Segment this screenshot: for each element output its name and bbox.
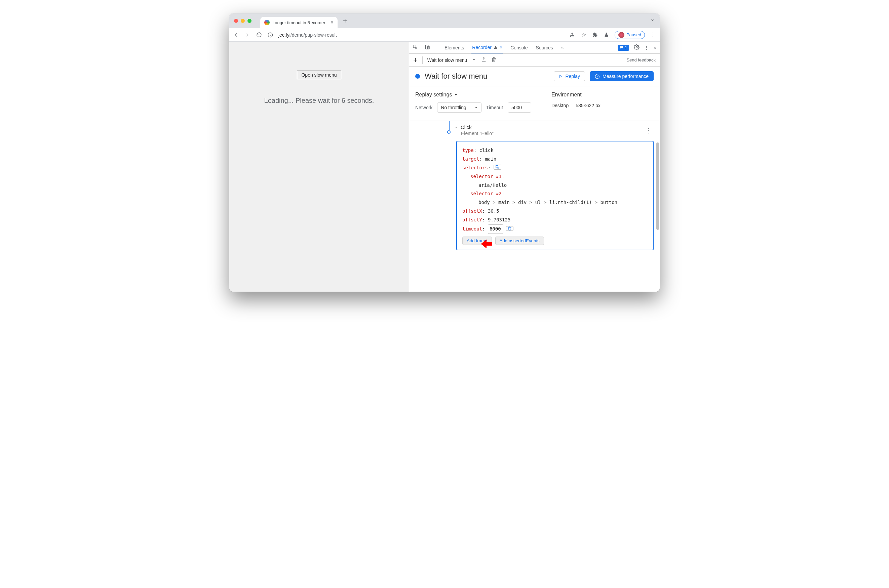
status-dot-icon <box>415 74 420 79</box>
recording-header: Wait for slow menu Replay Measure perfor… <box>409 66 660 86</box>
replay-settings-heading[interactable]: Replay settings <box>415 92 531 98</box>
issues-count: 1 <box>625 45 627 50</box>
flask-icon <box>493 45 498 50</box>
browser-window: Longer timeout in Recorder × + jec.fyi/d… <box>229 14 660 292</box>
close-tab-button[interactable]: × <box>331 20 334 25</box>
inspect-icon[interactable] <box>412 44 418 51</box>
step-editor-panel: type: click target: main selectors: sele… <box>456 141 654 250</box>
tab-elements[interactable]: Elements <box>444 42 465 53</box>
tab-console[interactable]: Console <box>510 42 528 53</box>
open-slow-menu-button[interactable]: Open slow menu <box>297 70 341 79</box>
add-recording-button[interactable]: + <box>413 56 418 64</box>
selectors-key: selectors <box>462 165 488 170</box>
share-icon[interactable] <box>569 32 576 38</box>
gauge-icon <box>595 74 600 79</box>
recorder-toolbar: + Wait for slow menu Send feedback <box>409 54 660 66</box>
feedback-link[interactable]: Send feedback <box>626 57 656 63</box>
window-controls <box>234 19 251 23</box>
url-display[interactable]: jec.fyi/demo/pup-slow-result <box>278 32 337 38</box>
devtools-menu-button[interactable]: ⋮ <box>644 45 649 50</box>
svg-rect-5 <box>426 45 428 49</box>
site-info-icon[interactable] <box>267 32 274 38</box>
tab-recorder[interactable]: Recorder × <box>471 42 503 53</box>
tab-more[interactable]: » <box>561 42 564 53</box>
close-window-button[interactable] <box>234 19 238 23</box>
step-timeout-input[interactable] <box>488 225 503 234</box>
environment-info: Desktop 535×622 px <box>551 102 600 108</box>
content-split: Open slow menu Loading... Please wait fo… <box>229 42 660 292</box>
offsety-value[interactable]: 9.703125 <box>488 217 510 222</box>
device-label: Desktop <box>551 103 569 108</box>
measure-performance-button[interactable]: Measure performance <box>590 71 654 81</box>
global-timeout-input[interactable] <box>508 102 531 112</box>
timeout-label: Timeout <box>486 105 503 110</box>
type-key: type <box>462 147 474 153</box>
replay-settings-section: Replay settings Network No throttling Ti… <box>409 86 660 121</box>
target-value[interactable]: main <box>485 156 496 162</box>
bookmark-icon[interactable]: ☆ <box>580 32 587 38</box>
forward-button[interactable] <box>244 32 251 38</box>
selector1-value[interactable]: aria/Hello <box>462 181 648 190</box>
add-asserted-events-button[interactable]: Add assertedEvents <box>495 237 544 245</box>
environment-heading: Environment <box>551 92 600 98</box>
device-toggle-icon[interactable] <box>425 44 430 51</box>
recording-chevron-icon[interactable] <box>472 57 477 63</box>
devtools-tabs: Elements Recorder × Console Sources » 1 … <box>409 42 660 54</box>
play-icon <box>559 74 563 78</box>
maximize-window-button[interactable] <box>247 19 251 23</box>
avatar-icon <box>618 32 624 38</box>
step-header[interactable]: Click <box>454 124 654 130</box>
selectors-picker-icon[interactable] <box>493 165 501 170</box>
tabs-chevron-icon[interactable] <box>650 18 655 24</box>
devtools-panel: Elements Recorder × Console Sources » 1 … <box>409 42 660 292</box>
svg-marker-9 <box>560 75 562 78</box>
measure-label: Measure performance <box>603 74 648 79</box>
recording-title: Wait for slow menu <box>425 72 487 81</box>
back-button[interactable] <box>233 32 239 38</box>
timeline-dot-icon <box>447 130 451 134</box>
svg-marker-12 <box>455 127 457 128</box>
chevron-down-icon <box>474 106 478 109</box>
reload-button[interactable] <box>256 32 262 38</box>
close-devtools-button[interactable]: × <box>654 45 656 50</box>
offsety-key: offsetY <box>462 217 482 222</box>
extensions-icon[interactable] <box>592 32 599 38</box>
tab-sources[interactable]: Sources <box>535 42 554 53</box>
viewport-dims: 535×622 px <box>576 103 600 108</box>
browser-menu-button[interactable]: ⋮ <box>650 32 656 38</box>
step-subtitle: Element "Hello" <box>461 131 654 136</box>
new-tab-button[interactable]: + <box>343 17 347 24</box>
replay-button[interactable]: Replay <box>554 71 585 81</box>
network-throttling-select[interactable]: No throttling <box>437 102 481 112</box>
browser-tab[interactable]: Longer timeout in Recorder × <box>260 17 338 28</box>
step-menu-button[interactable]: ⋮ <box>645 126 651 134</box>
svg-marker-10 <box>455 94 457 96</box>
tab-recorder-label: Recorder <box>472 45 492 50</box>
delete-icon[interactable] <box>491 57 496 63</box>
timeline-line <box>449 121 450 130</box>
labs-icon[interactable] <box>603 32 610 37</box>
svg-marker-11 <box>475 107 477 108</box>
profile-paused-pill[interactable]: Paused <box>615 31 645 39</box>
issues-badge[interactable]: 1 <box>618 45 629 51</box>
delete-timeout-icon[interactable] <box>506 226 513 231</box>
replay-label: Replay <box>565 74 580 79</box>
chat-icon <box>620 46 623 50</box>
offsetx-key: offsetX <box>462 208 482 214</box>
replay-settings-label: Replay settings <box>415 92 452 98</box>
selector2-value[interactable]: body > main > div > ul > li:nth-child(1)… <box>462 198 648 207</box>
svg-point-7 <box>636 46 637 48</box>
tab-strip: Longer timeout in Recorder × + <box>229 14 660 28</box>
type-value[interactable]: click <box>480 147 493 153</box>
url-path: /demo/pup-slow-result <box>290 32 337 38</box>
steps-area: ⋮ Click Element "Hello" type: click targ… <box>409 121 660 292</box>
annotation-arrow <box>480 237 493 250</box>
recording-name[interactable]: Wait for slow menu <box>427 57 467 63</box>
offsetx-value[interactable]: 30.5 <box>488 208 499 214</box>
settings-icon[interactable] <box>634 44 639 51</box>
minimize-window-button[interactable] <box>241 19 245 23</box>
selector2-key: selector #2 <box>470 191 502 196</box>
export-icon[interactable] <box>481 57 486 63</box>
network-label: Network <box>415 105 432 110</box>
close-panel-icon[interactable]: × <box>499 45 502 50</box>
